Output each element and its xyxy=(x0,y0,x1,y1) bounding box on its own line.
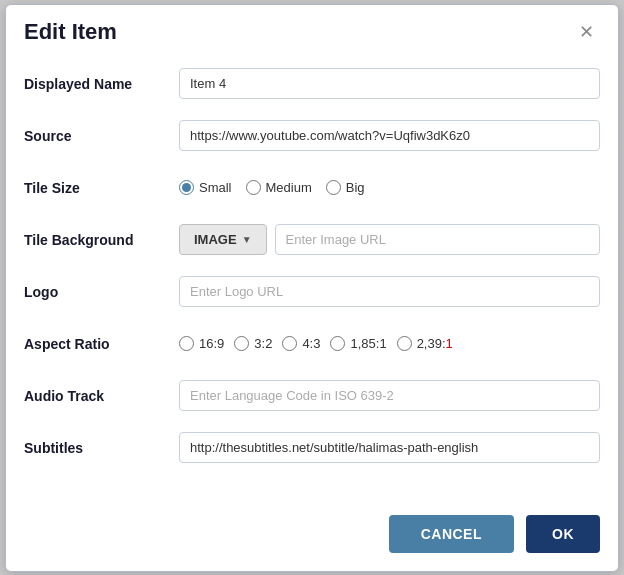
aspect-ratio-1-85-radio[interactable] xyxy=(330,336,345,351)
dialog-title: Edit Item xyxy=(24,19,117,45)
tile-size-row: Tile Size Small Medium Big xyxy=(24,169,600,207)
subtitles-control xyxy=(179,432,600,463)
aspect-ratio-3-2-radio[interactable] xyxy=(234,336,249,351)
close-button[interactable]: ✕ xyxy=(573,19,600,45)
tile-size-big-radio[interactable] xyxy=(326,180,341,195)
aspect-ratio-2-39-radio[interactable] xyxy=(397,336,412,351)
logo-input[interactable] xyxy=(179,276,600,307)
logo-label: Logo xyxy=(24,284,179,300)
tile-background-row: Tile Background IMAGE ▼ xyxy=(24,221,600,259)
edit-item-dialog: Edit Item ✕ Displayed Name Source Tile S… xyxy=(5,4,619,572)
tile-size-medium-label[interactable]: Medium xyxy=(246,180,312,195)
aspect-ratio-16-9-radio[interactable] xyxy=(179,336,194,351)
source-control xyxy=(179,120,600,151)
aspect-ratio-4-3-text: 4:3 xyxy=(302,336,320,351)
cancel-button[interactable]: CANCEL xyxy=(389,515,514,553)
tile-size-big-text: Big xyxy=(346,180,365,195)
aspect-ratio-16-9-text: 16:9 xyxy=(199,336,224,351)
dialog-footer: CANCEL OK xyxy=(6,497,618,571)
aspect-ratio-16-9-label[interactable]: 16:9 xyxy=(179,336,224,351)
dropdown-arrow-icon: ▼ xyxy=(242,234,252,245)
aspect-ratio-4-3-radio[interactable] xyxy=(282,336,297,351)
displayed-name-row: Displayed Name xyxy=(24,65,600,103)
aspect-ratio-radio-group: 16:9 3:2 4:3 1,85:1 xyxy=(179,336,600,351)
aspect-ratio-3-2-label[interactable]: 3:2 xyxy=(234,336,272,351)
subtitles-input[interactable] xyxy=(179,432,600,463)
logo-row: Logo xyxy=(24,273,600,311)
tile-size-label: Tile Size xyxy=(24,180,179,196)
aspect-ratio-2-39-red-text: 1 xyxy=(446,336,453,351)
source-input[interactable] xyxy=(179,120,600,151)
displayed-name-label: Displayed Name xyxy=(24,76,179,92)
displayed-name-input[interactable] xyxy=(179,68,600,99)
tile-size-medium-radio[interactable] xyxy=(246,180,261,195)
audio-track-input[interactable] xyxy=(179,380,600,411)
tile-size-radio-group: Small Medium Big xyxy=(179,180,600,195)
source-label: Source xyxy=(24,128,179,144)
audio-track-row: Audio Track xyxy=(24,377,600,415)
source-row: Source xyxy=(24,117,600,155)
aspect-ratio-3-2-text: 3:2 xyxy=(254,336,272,351)
logo-control xyxy=(179,276,600,307)
image-button[interactable]: IMAGE ▼ xyxy=(179,224,267,255)
aspect-ratio-1-85-label[interactable]: 1,85:1 xyxy=(330,336,386,351)
aspect-ratio-2-39-text: 2,39:1 xyxy=(417,336,453,351)
aspect-ratio-control: 16:9 3:2 4:3 1,85:1 xyxy=(179,336,600,351)
dialog-body: Displayed Name Source Tile Size Small xyxy=(6,55,618,489)
tile-background-label: Tile Background xyxy=(24,232,179,248)
tile-size-big-label[interactable]: Big xyxy=(326,180,365,195)
tile-size-small-radio[interactable] xyxy=(179,180,194,195)
aspect-ratio-label: Aspect Ratio xyxy=(24,336,179,352)
image-button-label: IMAGE xyxy=(194,232,237,247)
subtitles-label: Subtitles xyxy=(24,440,179,456)
displayed-name-control xyxy=(179,68,600,99)
tile-size-small-text: Small xyxy=(199,180,232,195)
tile-background-control: IMAGE ▼ xyxy=(179,224,600,255)
aspect-ratio-4-3-label[interactable]: 4:3 xyxy=(282,336,320,351)
aspect-ratio-row: Aspect Ratio 16:9 3:2 4:3 xyxy=(24,325,600,363)
aspect-ratio-2-39-label[interactable]: 2,39:1 xyxy=(397,336,453,351)
tile-background-input[interactable] xyxy=(275,224,600,255)
tile-size-medium-text: Medium xyxy=(266,180,312,195)
audio-track-label: Audio Track xyxy=(24,388,179,404)
tile-size-small-label[interactable]: Small xyxy=(179,180,232,195)
aspect-ratio-1-85-text: 1,85:1 xyxy=(350,336,386,351)
subtitles-row: Subtitles xyxy=(24,429,600,467)
dialog-header: Edit Item ✕ xyxy=(6,5,618,55)
ok-button[interactable]: OK xyxy=(526,515,600,553)
tile-size-control: Small Medium Big xyxy=(179,180,600,195)
audio-track-control xyxy=(179,380,600,411)
